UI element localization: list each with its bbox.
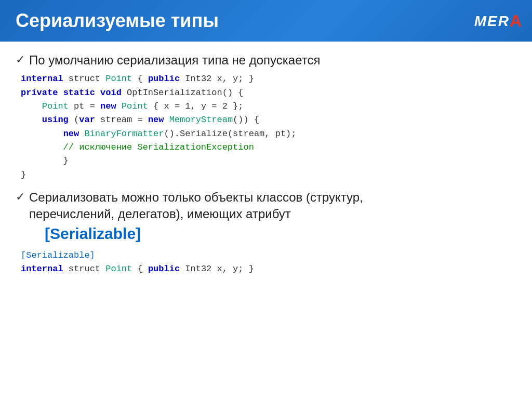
- checkmark-icon-2: ✓: [16, 190, 25, 204]
- code-line-2: private static void OptInSerialization()…: [21, 86, 516, 100]
- bullet-item-1: ✓ По умолчанию сериализация типа не допу…: [16, 52, 516, 68]
- code-line-4: using (var stream = new MemoryStream()) …: [21, 113, 516, 127]
- code-line-3: Point pt = new Point { x = 1, y = 2 };: [21, 100, 516, 113]
- slide: Сериализуемые типы MERA ✓ По умолчанию с…: [0, 0, 532, 399]
- content-area: ✓ По умолчанию сериализация типа не допу…: [0, 42, 532, 291]
- bullet-text-1: По умолчанию сериализация типа не допуск…: [29, 52, 320, 68]
- code-line-1: internal struct Point { public Int32 x, …: [21, 72, 516, 86]
- code-block-2: [Serializable] internal struct Point { p…: [16, 249, 516, 276]
- bullet-text-2-line2: перечислений, делегатов), имеющих атрибу…: [29, 207, 291, 221]
- code-line-s1: [Serializable]: [21, 249, 516, 262]
- code-line-7: }: [21, 154, 516, 168]
- bullet-item-2: ✓ Сериализовать можно только объекты кла…: [16, 189, 516, 245]
- serializable-big-text: [Serializable]: [45, 225, 363, 243]
- code-line-5: new BinaryFormatter().Serialize(stream, …: [21, 127, 516, 141]
- bullet-text-2-line1: Сериализовать можно только объекты класс…: [29, 190, 363, 204]
- logo-accent: A: [510, 11, 522, 31]
- code-line-6: // исключение SerializationException: [21, 141, 516, 154]
- section-2: ✓ Сериализовать можно только объекты кла…: [16, 189, 516, 276]
- code-block-1: internal struct Point { public Int32 x, …: [16, 72, 516, 182]
- slide-title: Сериализуемые типы: [16, 10, 219, 32]
- logo: MERA: [474, 11, 522, 31]
- header: Сериализуемые типы MERA: [0, 0, 532, 42]
- code-line-8: }: [21, 168, 516, 182]
- bullet-text-2-container: Сериализовать можно только объекты класс…: [29, 189, 363, 245]
- checkmark-icon-1: ✓: [16, 53, 25, 66]
- logo-text: MER: [474, 12, 510, 29]
- code-line-s2: internal struct Point { public Int32 x, …: [21, 262, 516, 276]
